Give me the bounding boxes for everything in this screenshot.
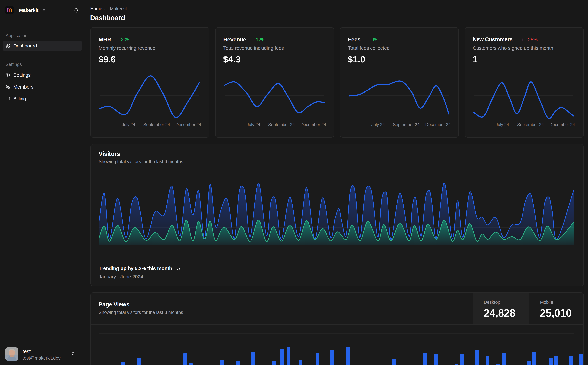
svg-text:m: m	[7, 6, 12, 13]
